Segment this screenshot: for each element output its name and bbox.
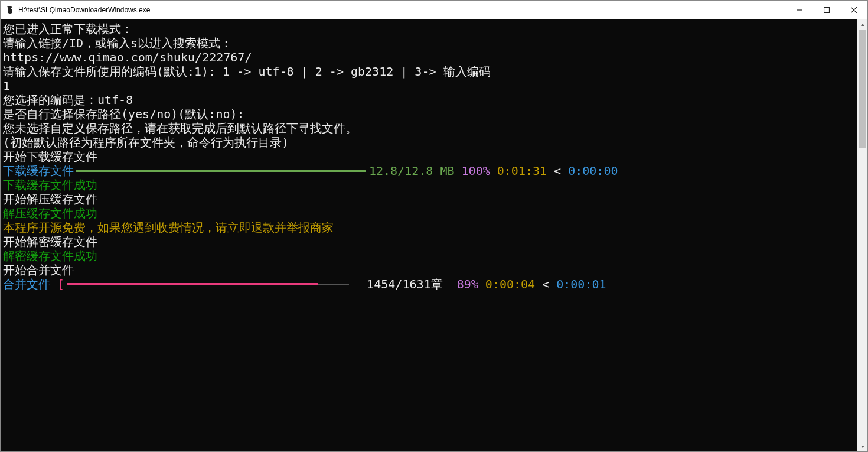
console-line: 开始下载缓存文件 xyxy=(3,149,855,164)
progress-eta: 0:00:00 xyxy=(568,164,618,178)
console-line: 本程序开源免费，如果您遇到收费情况，请立即退款并举报商家 xyxy=(3,220,855,235)
window-title: H:\test\SLQimaoDownloaderWindows.exe xyxy=(18,6,150,14)
console-line: 请输入链接/ID，或输入s以进入搜索模式： xyxy=(3,36,855,50)
vertical-scrollbar[interactable] xyxy=(857,19,867,451)
spacer xyxy=(490,164,497,178)
progress-bar xyxy=(76,170,366,171)
svg-rect-2 xyxy=(824,7,830,12)
maximize-button[interactable] xyxy=(813,1,840,19)
progress-sep: < xyxy=(535,277,556,291)
console-line: 解密缓存文件成功 xyxy=(3,249,855,263)
progress-elapsed: 0:00:04 xyxy=(485,277,535,291)
console-line: 开始解密缓存文件 xyxy=(3,235,855,249)
console-line: 您已进入正常下载模式： xyxy=(3,22,855,36)
console-output[interactable]: 您已进入正常下载模式： 请输入链接/ID，或输入s以进入搜索模式： https:… xyxy=(1,19,857,451)
progress-bar xyxy=(67,284,349,285)
console-wrapper: 您已进入正常下载模式： 请输入链接/ID，或输入s以进入搜索模式： https:… xyxy=(1,19,867,451)
progress-fill xyxy=(76,170,366,172)
progress-sep: < xyxy=(547,164,568,178)
progress-download-line: 下载缓存文件 12.8/12.8 MB 100% 0:01:31 < 0:00:… xyxy=(3,164,855,178)
spacer xyxy=(450,277,457,291)
bracket-icon: [ xyxy=(50,277,64,291)
minimize-button[interactable] xyxy=(786,1,813,19)
progress-eta: 0:00:01 xyxy=(556,277,606,291)
console-line: 开始合并文件 xyxy=(3,263,855,277)
console-line: 您未选择自定义保存路径，请在获取完成后到默认路径下寻找文件。 xyxy=(3,121,855,135)
progress-label: 下载缓存文件 xyxy=(3,164,74,178)
app-window: H:\test\SLQimaoDownloaderWindows.exe 您已进… xyxy=(0,0,868,452)
console-line: 您选择的编码是：utf-8 xyxy=(3,93,855,107)
progress-elapsed: 0:01:31 xyxy=(497,164,547,178)
console-line: 1 xyxy=(3,79,855,93)
scroll-down-button[interactable] xyxy=(857,441,867,451)
progress-percent: 89% xyxy=(457,277,478,291)
spacer xyxy=(353,277,367,291)
console-line: (初始默认路径为程序所在文件夹，命令行为执行目录) xyxy=(3,135,855,149)
progress-label: 合并文件 xyxy=(3,277,50,291)
spacer xyxy=(455,164,462,178)
progress-fill xyxy=(67,283,318,285)
app-icon xyxy=(5,5,15,15)
console-line: 请输入保存文件所使用的编码(默认:1): 1 -> utf-8 | 2 -> g… xyxy=(3,64,855,79)
progress-size: 12.8/12.8 MB xyxy=(369,164,455,178)
scroll-thumb[interactable] xyxy=(859,30,866,148)
titlebar[interactable]: H:\test\SLQimaoDownloaderWindows.exe xyxy=(1,1,867,19)
svg-point-0 xyxy=(11,7,12,8)
scroll-up-button[interactable] xyxy=(857,19,867,30)
progress-rest xyxy=(318,284,350,285)
progress-merge-line: 合并文件 [ 1454/1631章 89% 0:00:04 < 0:00:01 xyxy=(3,277,855,291)
console-line: 是否自行选择保存路径(yes/no)(默认:no): xyxy=(3,107,855,121)
spacer xyxy=(478,277,485,291)
progress-percent: 100% xyxy=(462,164,490,178)
progress-count: 1454/1631章 xyxy=(367,277,449,291)
close-button[interactable] xyxy=(840,1,867,19)
console-line: https://www.qimao.com/shuku/222767/ xyxy=(3,50,855,64)
